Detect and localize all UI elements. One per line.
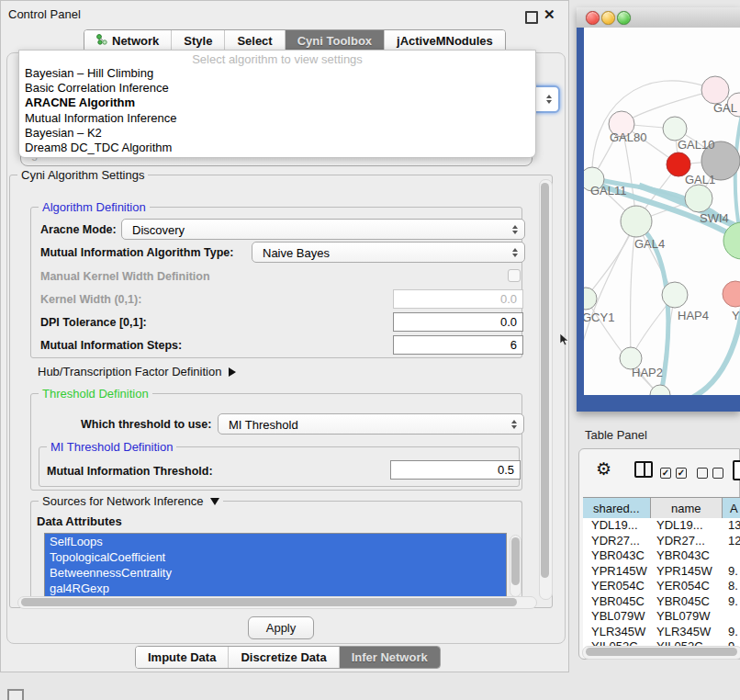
mi-threshold-field[interactable]: 0.5 (390, 460, 521, 480)
tab-select[interactable]: Select (225, 30, 285, 51)
node-label: GAL (713, 101, 737, 115)
network-graph: GAL80 GAL10 GAL1 GAL11 SWI4 GAL4 GCY1 HA… (584, 28, 740, 395)
attribute-item[interactable]: TopologicalCoefficient (45, 549, 506, 565)
dpi-tolerance-field[interactable]: 0.0 (393, 312, 523, 332)
dock-panel-icon[interactable] (7, 689, 24, 700)
algorithm-definition-title: Algorithm Definition (39, 200, 150, 214)
attribute-item[interactable]: gal4RGexp (45, 581, 506, 596)
kernel-width-field[interactable]: 0.0 (393, 289, 523, 309)
network-node-green[interactable] (723, 222, 740, 259)
dropdown-option[interactable]: Bayesian – K2 (19, 126, 535, 141)
table-panel-title: Table Panel (585, 428, 647, 442)
settings-horizontal-scrollbar[interactable] (17, 596, 537, 609)
network-node-swi4[interactable] (685, 185, 712, 212)
table-row[interactable]: YBR045CYBR045C9. (583, 594, 740, 610)
aracne-mode-value: Discovery (132, 222, 185, 236)
settings-group-title: Cyni Algorithm Settings (17, 168, 148, 182)
network-node-gal[interactable] (701, 76, 729, 104)
network-window-titlebar[interactable] (577, 7, 740, 28)
unchecked-checkbox-icon[interactable] (697, 468, 708, 479)
float-window-icon[interactable] (525, 11, 538, 24)
network-frame: GAL80 GAL10 GAL1 GAL11 SWI4 GAL4 GCY1 HA… (577, 28, 740, 412)
collapsed-arrow-icon[interactable] (229, 367, 236, 377)
settings-vertical-scrollbar[interactable] (539, 179, 553, 600)
tab-jactivemnodules[interactable]: jActiveMNodules (385, 30, 505, 51)
stepper-arrows-icon (546, 95, 552, 104)
split-columns-icon[interactable] (634, 461, 653, 478)
checked-checkbox-icon[interactable]: ✓ (660, 468, 671, 479)
network-tab-icon (96, 34, 107, 48)
attribute-item[interactable]: SelfLoops (45, 534, 506, 549)
data-attributes-list[interactable]: SelfLoops TopologicalCoefficient Between… (44, 533, 507, 599)
checked-checkbox-icon[interactable]: ✓ (676, 468, 687, 479)
mi-threshold-label: Mutual Information Threshold: (47, 465, 213, 478)
sources-group: Sources for Network Inference Data Attri… (30, 501, 522, 604)
tab-network[interactable]: Network (84, 30, 172, 51)
aracne-mode-combobox[interactable]: Discovery (121, 219, 525, 240)
gear-icon[interactable]: ⚙ (596, 460, 611, 478)
table-header-row: shared... name A (583, 497, 740, 519)
minimize-traffic-light[interactable] (601, 11, 615, 25)
table-row[interactable]: YDR27...YDR27...12 (583, 534, 740, 549)
data-attributes-label: Data Attributes (37, 514, 122, 528)
mouse-cursor (559, 333, 569, 346)
stepper-arrows-icon (512, 225, 518, 234)
table-row[interactable]: YDL19...YDL19...13 (583, 518, 740, 534)
node-label: GAL1 (685, 173, 715, 186)
mi-type-combobox[interactable]: Naive Bayes (252, 242, 525, 263)
table-row[interactable]: YBR043CYBR043C (583, 548, 740, 564)
close-traffic-light[interactable] (586, 11, 600, 25)
manual-kernel-checkbox[interactable] (508, 269, 521, 282)
unchecked-checkbox-icon[interactable] (712, 468, 723, 479)
dropdown-option[interactable]: Dream8 DC_TDC Algorithm (19, 141, 535, 155)
page-icon[interactable] (733, 460, 740, 480)
network-view-window: GAL80 GAL10 GAL1 GAL11 SWI4 GAL4 GCY1 HA… (577, 7, 740, 412)
stepper-arrows-icon (512, 248, 518, 257)
cyni-algorithm-settings-group: Cyni Algorithm Settings Algorithm Defini… (9, 175, 553, 608)
tab-discretize-data[interactable]: Discretize Data (229, 647, 339, 668)
network-node-hap4[interactable] (662, 282, 688, 308)
cyni-toolbox-panel: gal-filtered sif default node Select alg… (6, 52, 566, 644)
sources-title-text: Sources for Network Inference (42, 494, 204, 508)
dropdown-option[interactable]: Bayesian – Hill Climbing (19, 66, 535, 81)
column-header-shared-name[interactable]: shared... (583, 498, 651, 518)
attributes-scrollbar[interactable] (510, 535, 521, 597)
tab-infer-network-label: Infer Network (352, 650, 428, 664)
tab-cyni-toolbox-label: Cyni Toolbox (297, 34, 372, 48)
table-row[interactable]: YBL079WYBL079W (583, 609, 740, 625)
which-threshold-value: MI Threshold (229, 417, 298, 431)
tab-impute-data[interactable]: Impute Data (136, 647, 229, 668)
tab-select-label: Select (237, 34, 272, 48)
manual-kernel-label: Manual Kernel Width Definition (40, 270, 210, 283)
table-row[interactable]: YER054CYER054C8. (583, 579, 740, 594)
apply-button[interactable]: Apply (248, 616, 314, 639)
zoom-traffic-light[interactable] (617, 11, 631, 25)
tab-impute-data-label: Impute Data (148, 650, 216, 664)
hub-tf-definition-row[interactable]: Hub/Transcription Factor Definition (38, 365, 236, 378)
column-header-partial[interactable]: A (723, 498, 740, 518)
node-label: HAP2 (632, 366, 663, 379)
dropdown-option-aracne[interactable]: ARACNE Algorithm (19, 96, 535, 110)
table-row[interactable]: YPR145WYPR145W9. (583, 564, 740, 580)
tab-cyni-toolbox[interactable]: Cyni Toolbox (286, 30, 385, 51)
expanded-arrow-icon[interactable] (210, 498, 219, 505)
dropdown-option[interactable]: Basic Correlation Inference (19, 81, 535, 96)
network-node-salmon[interactable] (723, 281, 740, 307)
which-threshold-combobox[interactable]: MI Threshold (218, 413, 524, 435)
node-label: GAL4 (634, 237, 665, 251)
threshold-definition-title: Threshold Definition (39, 387, 152, 401)
attribute-item[interactable]: BetweennessCentrality (45, 565, 506, 581)
node-label: HAP4 (678, 309, 709, 322)
mi-steps-field[interactable]: 6 (393, 335, 523, 355)
dropdown-option[interactable]: Mutual Information Inference (19, 111, 535, 126)
network-canvas[interactable]: GAL80 GAL10 GAL1 GAL11 SWI4 GAL4 GCY1 HA… (584, 28, 740, 395)
network-node[interactable] (650, 385, 670, 395)
table-horizontal-scrollbar[interactable] (582, 646, 740, 660)
tab-style[interactable]: Style (172, 30, 225, 51)
network-node-gal4[interactable] (621, 206, 652, 237)
tab-infer-network[interactable]: Infer Network (340, 647, 440, 668)
close-icon[interactable]: ✕ (544, 6, 555, 23)
column-header-name[interactable]: name (651, 498, 723, 518)
kernel-width-label: Kernel Width (0,1): (40, 293, 141, 306)
table-row[interactable]: YLR345WYLR345W9. (583, 625, 740, 640)
